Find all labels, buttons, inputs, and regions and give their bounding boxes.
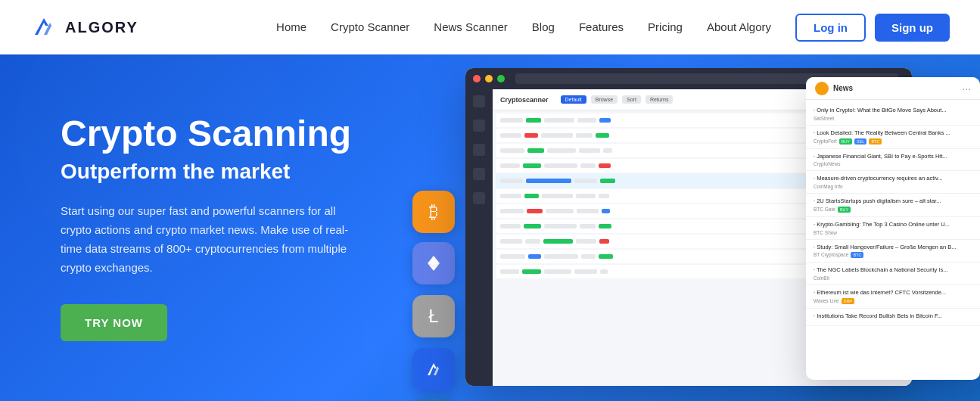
mock-sidebar-item	[473, 168, 485, 180]
nav-features[interactable]: Features	[579, 20, 624, 33]
news-item-source: CryptoFortBUYSELBTC	[814, 138, 972, 145]
news-item: · Look Detailed: The Reality Between Cen…	[806, 126, 980, 149]
news-badge-sell: SEL	[854, 138, 866, 145]
news-item: · Study: Small Hangover/Failure – Große …	[806, 240, 980, 263]
logo[interactable]: ALGORY	[30, 14, 138, 41]
mock-tab-default: Default	[561, 95, 586, 104]
news-item: · Japanese Financial Giant, SBI to Pay e…	[806, 149, 980, 172]
hero-section: Crypto Scanning Outperform the market St…	[0, 54, 980, 401]
svg-marker-4	[434, 256, 440, 266]
news-item: · The NGC Labels Blockchain a National S…	[806, 263, 980, 285]
algory-small-icon	[412, 348, 455, 390]
news-panel-header: News ···	[806, 77, 980, 100]
news-badge: BTC	[851, 252, 863, 258]
mock-tab-sort: Sort	[622, 95, 641, 104]
logo-text: ALGORY	[65, 19, 138, 36]
hero-title: Crypto Scanning	[61, 114, 363, 154]
try-now-button[interactable]: TRY NOW	[61, 304, 167, 341]
news-item: · Measure-driven cryptocurrency requires…	[806, 171, 980, 194]
nav-blog[interactable]: Blog	[532, 20, 555, 33]
mock-app-title: Cryptoscanner	[500, 96, 549, 104]
news-badge-buy: BUY	[839, 138, 852, 145]
news-item-title: · Krypto-Gambling: The Top 3 Casino Onli…	[814, 221, 972, 228]
litecoin-icon: Ł	[412, 295, 455, 337]
news-item: · Ethereum ist wie das Internet? CFTC Vo…	[806, 285, 980, 309]
news-item: · Krypto-Gambling: The Top 3 Casino Onli…	[806, 217, 980, 240]
nav-links: Home Crypto Scanner News Scanner Blog Fe…	[276, 20, 771, 34]
news-item-source: BTC GateBUY	[814, 207, 972, 213]
hero-subtitle: Outperform the market	[61, 160, 363, 184]
svg-marker-5	[428, 256, 434, 266]
mock-sidebar-item	[473, 192, 485, 204]
navbar: ALGORY Home Crypto Scanner News Scanner …	[0, 0, 980, 54]
news-item: · Institutions Take Record Bullish Bets …	[806, 309, 980, 326]
news-badge: BUY	[838, 207, 851, 213]
news-panel-mockup: News ··· · Only in Crypto!: What the Bit…	[806, 77, 980, 380]
nav-crypto-scanner[interactable]: Crypto Scanner	[331, 20, 409, 33]
logo-icon	[30, 14, 58, 41]
mock-sidebar	[465, 89, 493, 386]
news-item-title: · Institutions Take Record Bullish Bets …	[814, 312, 972, 320]
news-item-source: Waves LineXRP	[814, 298, 972, 304]
mock-tab-bar: Default Browse Sort Returns	[561, 95, 674, 104]
nav-home[interactable]: Home	[276, 20, 306, 33]
hero-visuals: ₿ Ł DASH	[405, 54, 980, 401]
news-item-title: · Study: Small Hangover/Failure – Große …	[814, 244, 972, 251]
news-header-menu: ···	[962, 82, 971, 95]
news-item-title: · 2U StartsStartups push digitalism sure…	[814, 197, 972, 205]
mock-tab-returns: Returns	[646, 95, 674, 104]
mock-tab-browse: Browse	[591, 95, 618, 104]
nav-pricing[interactable]: Pricing	[648, 20, 683, 33]
news-item-title: · Ethereum ist wie das Internet? CFTC Vo…	[814, 289, 972, 297]
bitcoin-icon: ₿	[412, 191, 455, 233]
mock-max-dot	[497, 75, 505, 82]
mock-sidebar-item	[473, 120, 485, 132]
news-item-title: · Measure-driven cryptocurrency requires…	[814, 175, 972, 182]
news-item-title: · The NGC Labels Blockchain a National S…	[814, 266, 972, 274]
mock-sidebar-item	[473, 144, 485, 156]
mock-close-dot	[473, 75, 481, 82]
news-item-source: BT CryptospaceBTC	[814, 252, 972, 258]
news-item-title: · Look Detailed: The Reality Between Cen…	[814, 129, 972, 137]
news-list: · Only in Crypto!: What the BitGo Move S…	[806, 100, 980, 380]
login-button[interactable]: Log in	[795, 14, 866, 42]
ethereum-icon	[412, 242, 455, 284]
nav-about[interactable]: About Algory	[707, 20, 771, 33]
news-header-icon	[815, 82, 829, 95]
news-item-source: CoinMag Info	[814, 184, 972, 189]
mock-sidebar-item	[473, 95, 485, 107]
news-badge: XRP	[842, 298, 854, 304]
nav-news-scanner[interactable]: News Scanner	[434, 20, 508, 33]
news-item: · Only in Crypto!: What the BitGo Move S…	[806, 103, 980, 126]
news-badge-hot: BTC	[869, 138, 882, 145]
signup-button[interactable]: Sign up	[875, 14, 950, 42]
news-item: · 2U StartsStartups push digitalism sure…	[806, 194, 980, 217]
news-item-source: BTC Show	[814, 230, 972, 235]
news-item-title: · Japanese Financial Giant, SBI to Pay e…	[814, 153, 972, 160]
hero-content: Crypto Scanning Outperform the market St…	[0, 114, 363, 342]
hero-description: Start using our super fast and powerful …	[61, 202, 363, 277]
news-item-source: CryptoNews	[814, 161, 972, 166]
news-item-title: · Only in Crypto!: What the BitGo Move S…	[814, 107, 972, 114]
news-panel-title: News	[833, 84, 957, 92]
news-item-source: SatStreet	[814, 116, 972, 121]
mock-min-dot	[485, 75, 493, 82]
news-item-source: CoinBit	[814, 275, 972, 281]
